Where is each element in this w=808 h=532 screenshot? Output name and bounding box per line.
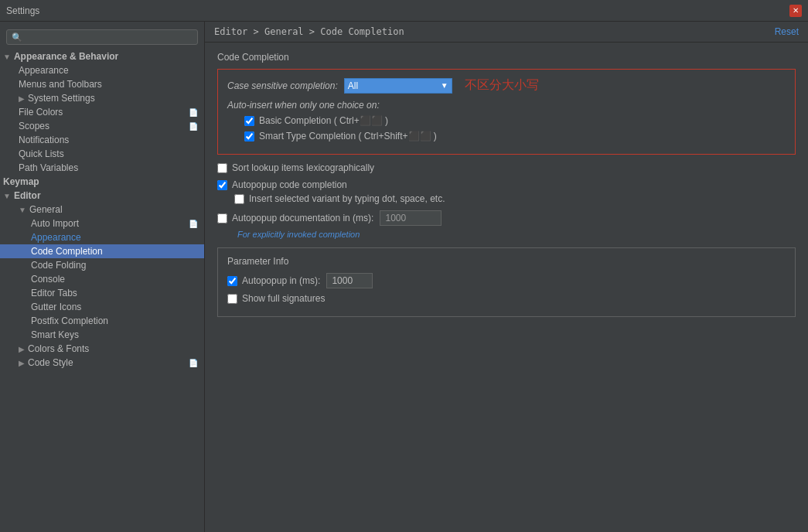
autopopup-in-checkbox[interactable] <box>227 276 237 286</box>
panel-header: Editor > General > Code Completion Reset <box>205 22 808 43</box>
code-completion-box: Case sensitive completion: All ▼ 不区分大小写 … <box>217 69 796 155</box>
sidebar-item-gutter-icons[interactable]: Gutter Icons <box>0 300 204 314</box>
sort-lookup-row: Sort lookup items lexicographically <box>217 162 796 173</box>
case-sensitive-label: Case sensitive completion: <box>227 80 338 91</box>
sidebar-label: Gutter Icons <box>31 302 81 312</box>
sidebar-label: Keymap <box>3 176 39 187</box>
sidebar-label: Quick Lists <box>19 148 64 159</box>
reset-link[interactable]: Reset <box>775 26 799 37</box>
expand-icon: ▼ <box>3 53 11 61</box>
dropdown-arrow-icon: ▼ <box>441 81 448 90</box>
case-sensitive-dropdown[interactable]: All ▼ <box>344 78 452 94</box>
autopopup-label: Autopopup code completion <box>232 179 347 190</box>
autopopup-checkbox[interactable] <box>217 180 227 190</box>
sidebar-item-editor[interactable]: ▼ Editor <box>0 189 204 203</box>
sort-lookup-label: Sort lookup items lexicographically <box>232 162 374 173</box>
expand-icon: ▶ <box>19 94 25 103</box>
close-button[interactable]: ✕ <box>789 5 802 17</box>
sidebar: 🔍 ▼ Appearance & Behavior Appearance Men… <box>0 22 205 532</box>
file-icon: 📄 <box>189 359 198 367</box>
sidebar-item-menus-toolbars[interactable]: Menus and Toolbars <box>0 77 204 91</box>
file-icon: 📄 <box>189 122 198 131</box>
sidebar-label: Editor Tabs <box>31 288 77 298</box>
expand-icon: ▼ <box>3 192 11 200</box>
autopopup-row: Autopopup code completion <box>217 179 796 190</box>
sidebar-item-smart-keys[interactable]: Smart Keys <box>0 328 204 342</box>
insert-variant-checkbox[interactable] <box>234 194 244 204</box>
titlebar: Settings ✕ <box>0 0 808 22</box>
sidebar-item-notifications[interactable]: Notifications <box>0 133 204 147</box>
sidebar-label: Appearance <box>31 232 81 243</box>
smart-type-checkbox[interactable] <box>244 131 254 142</box>
expand-icon: ▶ <box>19 345 25 353</box>
autopopup-doc-input[interactable] <box>380 210 442 226</box>
panel-body: Code Completion Case sensitive completio… <box>205 43 808 532</box>
sidebar-item-code-folding[interactable]: Code Folding <box>0 258 204 272</box>
sidebar-label: Appearance <box>19 65 69 76</box>
sidebar-label: File Colors <box>19 107 63 118</box>
autopopup-doc-label: Autopopup documentation in (ms): <box>232 213 373 223</box>
sidebar-item-console[interactable]: Console <box>0 272 204 286</box>
main-panel: Editor > General > Code Completion Reset… <box>205 22 808 532</box>
sidebar-label: Path Variables <box>19 162 78 173</box>
annotation-text: 不区分大小写 <box>465 77 539 94</box>
smart-type-row: Smart Type Completion ( Ctrl+Shift+⬛⬛ ) <box>244 131 786 142</box>
sidebar-item-editor-tabs[interactable]: Editor Tabs <box>0 286 204 300</box>
sidebar-label: Postfix Completion <box>31 315 108 326</box>
sidebar-item-scopes[interactable]: Scopes 📄 <box>0 119 204 133</box>
file-icon: 📄 <box>189 108 198 117</box>
smart-type-label: Smart Type Completion ( Ctrl+Shift+⬛⬛ ) <box>259 131 437 142</box>
sidebar-item-code-completion[interactable]: Code Completion <box>0 244 204 258</box>
content-area: 🔍 ▼ Appearance & Behavior Appearance Men… <box>0 22 808 532</box>
sidebar-item-code-style[interactable]: ▶ Code Style 📄 <box>0 356 204 370</box>
sidebar-item-file-colors[interactable]: File Colors 📄 <box>0 105 204 119</box>
basic-completion-label: Basic Completion ( Ctrl+⬛⬛ ) <box>259 115 388 126</box>
sidebar-label: Code Folding <box>31 260 86 271</box>
sidebar-label: Smart Keys <box>31 329 79 340</box>
settings-window: Settings ✕ 🔍 ▼ Appearance & Behavior App… <box>0 0 808 532</box>
sidebar-item-appearance[interactable]: Appearance <box>0 63 204 77</box>
sidebar-label: Notifications <box>19 135 69 145</box>
sidebar-label: Scopes <box>19 121 49 131</box>
sidebar-item-keymap[interactable]: Keymap <box>0 175 204 189</box>
sidebar-item-auto-import[interactable]: Auto Import 📄 <box>0 217 204 230</box>
sort-lookup-checkbox[interactable] <box>217 163 227 173</box>
autopopup-in-row: Autopopup in (ms): <box>227 273 786 288</box>
sidebar-item-postfix-completion[interactable]: Postfix Completion <box>0 314 204 328</box>
sidebar-item-general[interactable]: ▼ General <box>0 203 204 217</box>
sidebar-item-system-settings[interactable]: ▶ System Settings <box>0 91 204 105</box>
explicit-hint: For explicitly invoked completion <box>237 230 360 239</box>
show-full-signatures-checkbox[interactable] <box>227 294 237 304</box>
search-input[interactable] <box>26 32 193 43</box>
sidebar-item-quick-lists[interactable]: Quick Lists <box>0 147 204 161</box>
sidebar-label: Code Style <box>28 357 73 368</box>
autopopup-in-input[interactable] <box>326 273 373 288</box>
case-sensitive-row: Case sensitive completion: All ▼ 不区分大小写 <box>227 77 786 94</box>
dropdown-value: All <box>348 80 436 91</box>
sidebar-label: Colors & Fonts <box>28 343 89 354</box>
param-info-title: Parameter Info <box>227 256 786 267</box>
breadcrumb: Editor > General > Code Completion <box>214 26 404 37</box>
sidebar-item-appearance-behavior[interactable]: ▼ Appearance & Behavior <box>0 49 204 63</box>
sidebar-label: Menus and Toolbars <box>19 79 102 90</box>
auto-insert-label: Auto-insert when only one choice on: <box>227 100 380 111</box>
sidebar-label: Editor <box>14 190 41 201</box>
sidebar-item-path-variables[interactable]: Path Variables <box>0 161 204 175</box>
autopopup-in-label: Autopopup in (ms): <box>242 275 320 286</box>
sidebar-label: System Settings <box>28 93 95 104</box>
show-full-signatures-label: Show full signatures <box>242 293 325 304</box>
sidebar-item-colors-fonts[interactable]: ▶ Colors & Fonts <box>0 342 204 356</box>
parameter-info-box: Parameter Info Autopopup in (ms): Show f… <box>217 247 796 317</box>
window-title: Settings <box>6 5 39 16</box>
expand-icon: ▶ <box>19 359 25 367</box>
basic-completion-checkbox[interactable] <box>244 116 254 126</box>
show-full-signatures-row: Show full signatures <box>227 293 786 304</box>
sidebar-label: Appearance & Behavior <box>14 51 118 62</box>
basic-completion-row: Basic Completion ( Ctrl+⬛⬛ ) <box>244 115 786 126</box>
expand-icon: ▼ <box>19 206 26 214</box>
sidebar-item-appearance2[interactable]: Appearance <box>0 230 204 244</box>
autopopup-doc-checkbox[interactable] <box>217 213 227 223</box>
autopopup-doc-row: Autopopup documentation in (ms): <box>217 210 796 226</box>
file-icon: 📄 <box>189 220 198 228</box>
sidebar-label: General <box>29 204 63 215</box>
